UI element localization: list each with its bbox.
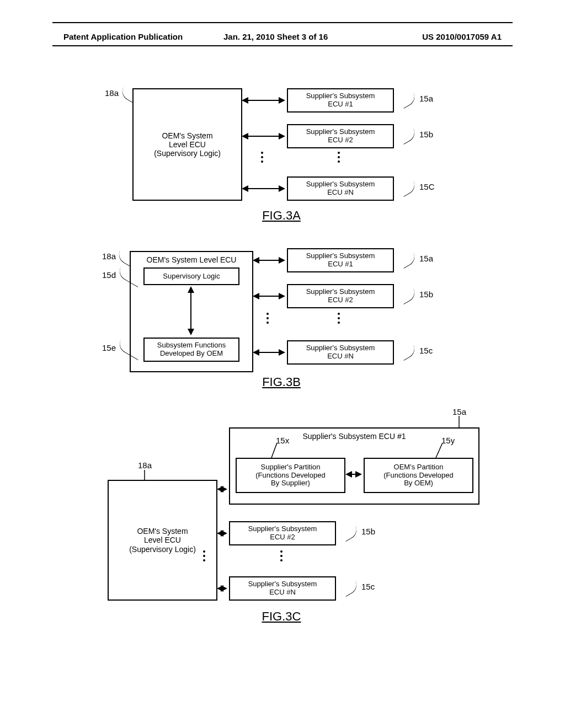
figA-sub2-text: Supplier's Subsystem ECU #2 <box>306 128 375 144</box>
figB-arrow-2 <box>251 294 287 298</box>
figB-arrow-N <box>251 350 287 355</box>
figB-ref-curve-15c <box>398 344 418 361</box>
figC-vdots-left <box>203 550 205 561</box>
figB-ref-15b: 15b <box>419 290 433 299</box>
figB-ref-curve-15b <box>398 287 418 304</box>
figA-vdots-right <box>338 152 340 163</box>
figB-sub1-text: Supplier's Subsystem ECU #1 <box>306 252 375 269</box>
figB-inner-arrow <box>189 285 193 337</box>
figC-sub1-title: Supplier's Subsystem ECU #1 <box>302 432 406 441</box>
figC-partition-arrow <box>344 472 364 477</box>
figC-oem-text: OEM's System Level ECU (Supervisory Logi… <box>129 527 196 553</box>
figB-sub2-text: Supplier's Subsystem ECU #2 <box>306 288 375 304</box>
figA-ref-curve-15a <box>398 92 418 109</box>
figA-sub1-box: Supplier's Subsystem ECU #1 <box>287 88 394 113</box>
figA-ref-curve-15b <box>398 127 418 144</box>
figC-oem-box: OEM's System Level ECU (Supervisory Logi… <box>108 480 217 601</box>
figB-title: FIG.3B <box>262 375 301 389</box>
figB-ref-15c: 15c <box>419 346 433 355</box>
figC-partition-left: Supplier's Partition (Functions Develope… <box>236 458 345 493</box>
figC-ref-curve-15c <box>340 580 360 597</box>
figC-sub2-text: Supplier's Subsystem ECU #2 <box>248 525 317 542</box>
figA-arrow-2 <box>240 134 287 138</box>
figB-supervisory-text: Supervisory Logic <box>163 272 220 281</box>
figC-ref-curve-15b <box>340 524 360 542</box>
figB-subN-box: Supplier's Subsystem ECU #N <box>287 340 394 365</box>
figA-ref-15c: 15C <box>419 182 435 191</box>
figC-arrow-1 <box>215 487 229 491</box>
figB-arrow-1 <box>251 258 287 263</box>
figC-partition-right: OEM's Partition (Functions Developed By … <box>364 458 473 493</box>
figA-sub2-box: Supplier's Subsystem ECU #2 <box>287 124 394 148</box>
figA-ref-15b: 15b <box>419 130 433 139</box>
figA-ref-18a: 18a <box>105 88 119 98</box>
figC-arrow-N <box>215 586 229 591</box>
figB-ref-15e: 15e <box>102 343 116 352</box>
figC-ref-15a: 15a <box>452 407 466 416</box>
figA-subN-text: Supplier's Subsystem ECU #N <box>306 180 375 197</box>
figA-oem-text: OEM's System Level ECU (Supervisory Logi… <box>154 131 221 158</box>
figB-subsys-func-text: Subsystem Functions Developed By OEM <box>157 341 226 358</box>
figC-ref-line-15a <box>457 416 461 427</box>
figB-subN-text: Supplier's Subsystem ECU #N <box>306 344 375 361</box>
figA-ref-curve-15c <box>398 180 418 197</box>
figA-sub1-text: Supplier's Subsystem ECU #1 <box>306 92 375 109</box>
figB-sub1-box: Supplier's Subsystem ECU #1 <box>287 248 394 272</box>
header-center: Jan. 21, 2010 Sheet 3 of 16 <box>223 32 328 41</box>
figC-ref-15b: 15b <box>361 527 375 536</box>
figA-ref-15a: 15a <box>419 94 433 103</box>
figC-arrow-2 <box>215 531 229 536</box>
figA-arrow-N <box>240 186 287 191</box>
figB-sub2-box: Supplier's Subsystem ECU #2 <box>287 284 394 308</box>
figC-sub2-box: Supplier's Subsystem ECU #2 <box>229 521 336 545</box>
figC-ref-line-18a <box>142 470 147 480</box>
header-left: Patent Application Publication <box>63 32 183 41</box>
diagram-area: OEM's System Level ECU (Supervisory Logi… <box>66 83 497 689</box>
figB-vdots-left <box>266 313 269 324</box>
figC-vdots-right <box>280 550 282 561</box>
svg-line-14 <box>436 443 443 458</box>
figC-ref-15c: 15c <box>361 582 375 591</box>
figC-ref-18a: 18a <box>138 461 152 470</box>
figA-subN-box: Supplier's Subsystem ECU #N <box>287 176 394 201</box>
figB-ref-18a: 18a <box>102 251 116 261</box>
figC-ref-line-15x <box>270 443 279 458</box>
figA-oem-box: OEM's System Level ECU (Supervisory Logi… <box>132 88 242 201</box>
header-right: US 2010/0017059 A1 <box>422 32 502 41</box>
figB-ref-15a: 15a <box>419 254 433 263</box>
figB-ref-curve-15a <box>398 251 418 269</box>
figC-ref-line-15y <box>435 443 444 458</box>
figA-title: FIG.3A <box>262 208 301 223</box>
figB-vdots-right <box>338 313 340 324</box>
figC-subN-box: Supplier's Subsystem ECU #N <box>229 576 336 601</box>
figC-part-right-text: OEM's Partition (Functions Developed By … <box>383 463 453 488</box>
figC-part-left-text: Supplier's Partition (Functions Develope… <box>255 463 325 488</box>
figB-supervisory-box: Supervisory Logic <box>143 267 239 285</box>
figB-subsys-func-box: Subsystem Functions Developed By OEM <box>143 338 239 362</box>
figA-arrow-1 <box>240 98 287 103</box>
figB-oem-top-text: OEM's System Level ECU <box>147 255 237 264</box>
rule-top <box>52 22 513 23</box>
figA-vdots-left <box>261 152 263 163</box>
figC-title: FIG.3C <box>262 609 301 624</box>
figB-ref-15d: 15d <box>102 270 116 280</box>
figC-subN-text: Supplier's Subsystem ECU #N <box>248 580 317 597</box>
svg-line-13 <box>271 443 277 458</box>
rule-bottom <box>52 45 513 46</box>
